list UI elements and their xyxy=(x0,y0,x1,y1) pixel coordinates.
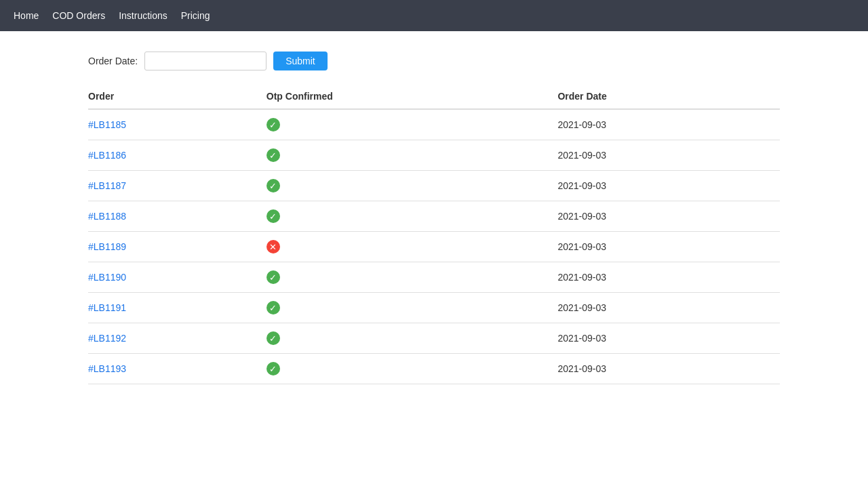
main-content: Order Date: Submit OrderOtp ConfirmedOrd… xyxy=(0,31,868,405)
order-date-cell: 2021-09-03 xyxy=(557,323,780,354)
order-date-cell: 2021-09-03 xyxy=(557,109,780,140)
nav-item-home[interactable]: Home xyxy=(14,7,39,24)
table-row: #LB1186✓2021-09-03 xyxy=(88,140,780,171)
order-date-cell: 2021-09-03 xyxy=(557,293,780,323)
order-link[interactable]: #LB1193 xyxy=(88,363,126,374)
nav-item-instructions[interactable]: Instructions xyxy=(119,7,167,24)
table-row: #LB1187✓2021-09-03 xyxy=(88,171,780,201)
order-link[interactable]: #LB1192 xyxy=(88,333,126,344)
table-row: #LB1185✓2021-09-03 xyxy=(88,109,780,140)
nav-item-cod-orders[interactable]: COD Orders xyxy=(52,7,105,24)
table-header: OrderOtp ConfirmedOrder Date xyxy=(88,84,780,109)
order-date-cell: 2021-09-03 xyxy=(557,354,780,384)
order-date-cell: 2021-09-03 xyxy=(557,262,780,293)
order-link[interactable]: #LB1191 xyxy=(88,302,126,313)
otp-confirmed-icon: ✓ xyxy=(267,362,280,375)
order-link[interactable]: #LB1190 xyxy=(88,272,126,283)
orders-table: OrderOtp ConfirmedOrder Date #LB1185✓202… xyxy=(88,84,780,384)
col-header-order-date: Order Date xyxy=(557,84,780,109)
otp-rejected-icon: ✕ xyxy=(267,240,280,253)
nav-item-pricing[interactable]: Pricing xyxy=(181,7,210,24)
table-row: #LB1192✓2021-09-03 xyxy=(88,323,780,354)
otp-confirmed-icon: ✓ xyxy=(267,331,280,345)
table-row: #LB1189✕2021-09-03 xyxy=(88,232,780,262)
table-row: #LB1190✓2021-09-03 xyxy=(88,262,780,293)
header-row: OrderOtp ConfirmedOrder Date xyxy=(88,84,780,109)
table-row: #LB1188✓2021-09-03 xyxy=(88,201,780,232)
col-header-otp-confirmed: Otp Confirmed xyxy=(267,84,558,109)
otp-confirmed-icon: ✓ xyxy=(267,179,280,192)
table-body: #LB1185✓2021-09-03#LB1186✓2021-09-03#LB1… xyxy=(88,109,780,384)
order-date-cell: 2021-09-03 xyxy=(557,171,780,201)
otp-confirmed-icon: ✓ xyxy=(267,301,280,314)
order-date-cell: 2021-09-03 xyxy=(557,201,780,232)
order-link[interactable]: #LB1187 xyxy=(88,180,126,191)
otp-confirmed-icon: ✓ xyxy=(267,148,280,162)
submit-button[interactable]: Submit xyxy=(273,52,328,70)
otp-confirmed-icon: ✓ xyxy=(267,118,280,131)
order-date-cell: 2021-09-03 xyxy=(557,232,780,262)
order-link[interactable]: #LB1188 xyxy=(88,211,126,222)
filter-row: Order Date: Submit xyxy=(88,52,780,70)
table-row: #LB1193✓2021-09-03 xyxy=(88,354,780,384)
order-link[interactable]: #LB1186 xyxy=(88,150,126,161)
col-header-order: Order xyxy=(88,84,267,109)
order-date-cell: 2021-09-03 xyxy=(557,140,780,171)
order-link[interactable]: #LB1185 xyxy=(88,119,126,130)
table-row: #LB1191✓2021-09-03 xyxy=(88,293,780,323)
order-link[interactable]: #LB1189 xyxy=(88,241,126,252)
order-date-label: Order Date: xyxy=(88,56,138,66)
navbar: HomeCOD OrdersInstructionsPricing xyxy=(0,0,868,31)
otp-confirmed-icon: ✓ xyxy=(267,270,280,284)
otp-confirmed-icon: ✓ xyxy=(267,209,280,223)
order-date-input[interactable] xyxy=(144,52,267,70)
